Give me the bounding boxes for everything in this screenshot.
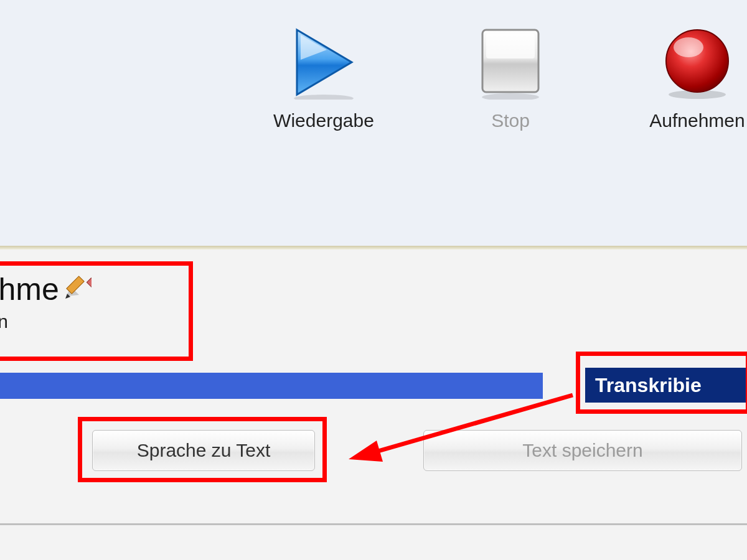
record-label: Aufnehmen: [649, 110, 745, 131]
svg-point-7: [666, 30, 728, 92]
stop-label: Stop: [491, 110, 530, 131]
media-toolbar: Wiedergabe: [0, 0, 747, 246]
svg-rect-11: [87, 278, 92, 288]
record-button[interactable]: Aufnehmen: [635, 22, 747, 131]
recording-panel: fnahme rmann Transkribie Sprache zu Text…: [0, 250, 747, 560]
bottom-divider: [0, 523, 747, 525]
save-text-label: Text speichern: [522, 440, 642, 461]
play-icon: [289, 22, 358, 103]
svg-point-5: [482, 93, 539, 100]
speech-to-text-label: Sprache zu Text: [137, 440, 271, 461]
pencil-edit-icon[interactable]: [63, 271, 92, 307]
svg-rect-10: [67, 276, 84, 294]
save-text-button[interactable]: Text speichern: [423, 430, 742, 471]
svg-rect-4: [486, 34, 535, 58]
stop-icon: [476, 22, 545, 103]
transcribe-label: Transkribie: [595, 374, 702, 397]
svg-point-8: [674, 37, 703, 57]
record-icon: [660, 22, 735, 103]
svg-point-2: [294, 95, 354, 100]
media-controls-row: Wiedergabe: [261, 22, 747, 131]
transcribe-button[interactable]: Transkribie: [585, 368, 747, 403]
recording-title-block[interactable]: fnahme rmann: [0, 271, 186, 332]
recording-title: fnahme: [0, 271, 59, 307]
play-button[interactable]: Wiedergabe: [261, 22, 386, 131]
speech-to-text-button[interactable]: Sprache zu Text: [92, 430, 315, 471]
progress-bar[interactable]: [0, 373, 543, 399]
play-label: Wiedergabe: [273, 110, 374, 131]
stop-button[interactable]: Stop: [448, 22, 573, 131]
recording-subtitle: rmann: [0, 311, 186, 332]
